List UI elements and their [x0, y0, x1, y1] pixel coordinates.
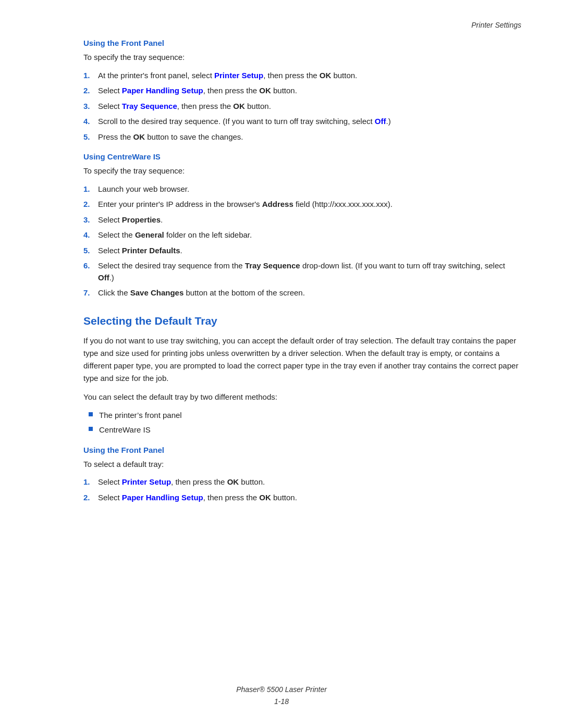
step-1-4-text: Scroll to the desired tray sequence. (If…: [98, 116, 391, 128]
step-2-2: 2. Enter your printer's IP address in th…: [83, 199, 521, 211]
bullet-item-centreware: CentreWare IS: [89, 424, 521, 436]
step-2-7: 7. Click the Save Changes button at the …: [83, 287, 521, 299]
section-using-front-panel-1: Using the Front Panel To specify the tra…: [83, 39, 521, 143]
step-2-6-tray-seq: Tray Sequence: [245, 261, 300, 270]
section3-para1: If you do not want to use tray switching…: [83, 335, 521, 385]
step-2-3-text: Select Properties.: [98, 214, 163, 226]
step-2-5-num: 5.: [83, 245, 98, 257]
step-2-1: 1. Launch your web browser.: [83, 183, 521, 195]
step-2-3-num: 3.: [83, 214, 98, 226]
step-2-6-off: Off: [98, 273, 109, 282]
page-container: Printer Settings Using the Front Panel T…: [0, 0, 563, 728]
step-1-1-text: At the printer's front panel, select Pri…: [98, 70, 357, 82]
bullet-item-front-panel: The printer’s front panel: [89, 410, 521, 422]
step-2-3-properties: Properties: [122, 215, 161, 224]
section4-steps: 1. Select Printer Setup, then press the …: [83, 476, 521, 503]
step-2-2-address: Address: [262, 200, 293, 208]
step-1-3: 3. Select Tray Sequence, then press the …: [83, 101, 521, 113]
footer-line2: 1-18: [0, 696, 563, 707]
step-1-2-text: Select Paper Handling Setup, then press …: [98, 85, 297, 97]
step-2-1-text: Launch your web browser.: [98, 183, 189, 195]
step-2-2-num: 2.: [83, 199, 98, 211]
step-1-5-text: Press the OK button to save the changes.: [98, 131, 243, 143]
page-footer: Phaser® 5500 Laser Printer 1-18: [0, 684, 563, 707]
step-1-5-ok: OK: [133, 132, 145, 141]
step-2-6-text: Select the desired tray sequence from th…: [98, 260, 521, 283]
step-1-3-text: Select Tray Sequence, then press the OK …: [98, 101, 271, 113]
step-2-4-general: General: [135, 230, 164, 239]
step-1-4-off: Off: [375, 117, 386, 126]
section1-heading: Using the Front Panel: [83, 39, 521, 47]
step-2-2-text: Enter your printer's IP address in the b…: [98, 199, 393, 211]
step-1-1-printer-setup: Printer Setup: [214, 71, 263, 80]
step-2-4-num: 4.: [83, 229, 98, 241]
step-2-4: 4. Select the General folder on the left…: [83, 229, 521, 241]
step-4-2-paper-handling: Paper Handling Setup: [122, 493, 203, 502]
step-2-1-num: 1.: [83, 183, 98, 195]
step-4-1: 1. Select Printer Setup, then press the …: [83, 476, 521, 488]
step-2-7-num: 7.: [83, 287, 98, 299]
step-1-2: 2. Select Paper Handling Setup, then pre…: [83, 85, 521, 97]
step-1-2-ok: OK: [259, 86, 271, 95]
step-4-1-ok: OK: [227, 477, 239, 486]
step-1-5: 5. Press the OK button to save the chang…: [83, 131, 521, 143]
section-using-front-panel-2: Using the Front Panel To select a defaul…: [83, 446, 521, 504]
step-4-1-num: 1.: [83, 476, 98, 488]
step-4-2-text: Select Paper Handling Setup, then press …: [98, 492, 297, 504]
section3-bullets: The printer’s front panel CentreWare IS: [89, 410, 521, 436]
step-1-1-num: 1.: [83, 70, 98, 82]
section2-intro: To specify the tray sequence:: [83, 165, 521, 177]
bullet-icon-1: [89, 412, 93, 416]
step-1-4-num: 4.: [83, 116, 98, 128]
footer-line1: Phaser® 5500 Laser Printer: [0, 684, 563, 695]
step-2-3: 3. Select Properties.: [83, 214, 521, 226]
step-4-1-printer-setup: Printer Setup: [122, 477, 171, 486]
header-title: Printer Settings: [471, 21, 521, 29]
page-header: Printer Settings: [83, 21, 521, 29]
section1-intro: To specify the tray sequence:: [83, 52, 521, 64]
bullet-icon-2: [89, 427, 93, 431]
section1-steps: 1. At the printer's front panel, select …: [83, 70, 521, 143]
step-2-5-printer-defaults: Printer Defaults: [122, 246, 180, 255]
step-1-2-paper-handling: Paper Handling Setup: [122, 86, 203, 95]
section2-steps: 1. Launch your web browser. 2. Enter you…: [83, 183, 521, 299]
section2-heading: Using CentreWare IS: [83, 152, 521, 161]
step-4-2-ok: OK: [259, 493, 271, 502]
step-1-4: 4. Scroll to the desired tray sequence. …: [83, 116, 521, 128]
bullet-text-2: CentreWare IS: [99, 424, 151, 436]
step-1-3-num: 3.: [83, 101, 98, 113]
step-2-5: 5. Select Printer Defaults.: [83, 245, 521, 257]
section-selecting-default-tray: Selecting the Default Tray If you do not…: [83, 315, 521, 436]
section3-para2: You can select the default tray by two d…: [83, 391, 521, 403]
step-4-2-num: 2.: [83, 492, 98, 504]
step-1-5-num: 5.: [83, 131, 98, 143]
step-1-3-ok: OK: [233, 102, 245, 110]
step-1-1-ok: OK: [320, 71, 332, 80]
step-4-1-text: Select Printer Setup, then press the OK …: [98, 476, 265, 488]
section4-intro: To select a default tray:: [83, 459, 521, 471]
step-2-4-text: Select the General folder on the left si…: [98, 229, 252, 241]
step-1-2-num: 2.: [83, 85, 98, 97]
step-1-1: 1. At the printer's front panel, select …: [83, 70, 521, 82]
step-2-6: 6. Select the desired tray sequence from…: [83, 260, 521, 283]
step-2-7-text: Click the Save Changes button at the bot…: [98, 287, 305, 299]
step-2-6-num: 6.: [83, 260, 98, 272]
section4-heading: Using the Front Panel: [83, 446, 521, 454]
step-1-3-tray-seq: Tray Sequence: [122, 102, 177, 110]
section3-title: Selecting the Default Tray: [83, 315, 521, 327]
step-2-5-text: Select Printer Defaults.: [98, 245, 182, 257]
bullet-text-1: The printer’s front panel: [99, 410, 182, 422]
section-centreware-is: Using CentreWare IS To specify the tray …: [83, 152, 521, 299]
step-2-7-save-changes: Save Changes: [130, 288, 184, 297]
step-4-2: 2. Select Paper Handling Setup, then pre…: [83, 492, 521, 504]
